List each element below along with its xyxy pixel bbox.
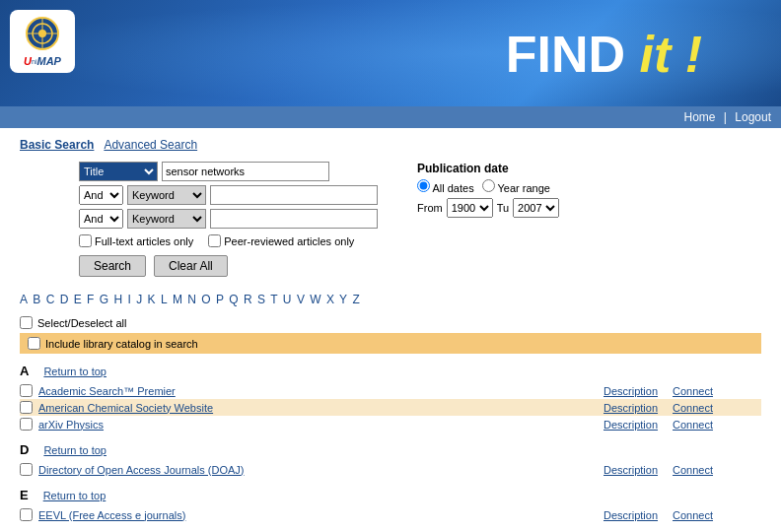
- alpha-E[interactable]: E: [74, 293, 82, 306]
- connect-link-eevl[interactable]: Connect: [673, 509, 713, 521]
- connect-link-academic-search[interactable]: Connect: [673, 385, 713, 397]
- alpha-F[interactable]: F: [87, 293, 94, 306]
- search-input-3[interactable]: [210, 209, 378, 229]
- desc-link-acs[interactable]: Description: [604, 402, 658, 414]
- alpha-L[interactable]: L: [161, 293, 168, 306]
- nav-sep: |: [724, 110, 727, 124]
- alpha-N[interactable]: N: [187, 293, 196, 306]
- logout-link[interactable]: Logout: [735, 110, 771, 124]
- alpha-S[interactable]: S: [257, 293, 265, 306]
- to-year-select[interactable]: 2007 2006 2005: [513, 198, 559, 218]
- connect-link-arxiv[interactable]: Connect: [673, 419, 713, 431]
- db-name-eevl[interactable]: EEVL (Free Access e journals): [38, 509, 598, 521]
- connector-select-2[interactable]: And Or Not: [79, 185, 123, 205]
- alpha-I[interactable]: I: [128, 293, 131, 306]
- fulltext-label: Full-text articles only: [95, 235, 193, 247]
- year-range-radio-label[interactable]: Year range: [482, 179, 550, 194]
- search-input-1[interactable]: [162, 162, 329, 181]
- search-input-2[interactable]: [210, 185, 378, 205]
- desc-link-doaj[interactable]: Description: [604, 464, 658, 476]
- select-all-label: Select/Deselect all: [37, 317, 127, 329]
- search-area: Basic Search Advanced Search Title Autho…: [0, 128, 781, 287]
- all-dates-label: All dates: [432, 182, 473, 194]
- alpha-X[interactable]: X: [326, 293, 334, 306]
- fulltext-checkbox[interactable]: [79, 234, 92, 247]
- alpha-M[interactable]: M: [173, 293, 182, 306]
- alpha-A[interactable]: A: [20, 293, 28, 306]
- peerreviewed-checkbox-label[interactable]: Peer-reviewed articles only: [208, 234, 354, 247]
- alpha-Q[interactable]: Q: [229, 293, 238, 306]
- from-year-select[interactable]: 1900 1950 2000: [447, 198, 493, 218]
- select-all-checkbox[interactable]: [20, 316, 33, 329]
- db-checkbox-academic-search[interactable]: [20, 384, 33, 397]
- db-name-arxiv[interactable]: arXiv Physics: [38, 419, 598, 431]
- field-select-1[interactable]: Title Author Keyword Abstract: [79, 162, 158, 181]
- peerreviewed-checkbox[interactable]: [208, 234, 221, 247]
- db-row-academic-search: Academic Search™ Premier Description Con…: [20, 382, 761, 399]
- db-checkbox-doaj[interactable]: [20, 463, 33, 476]
- alpha-O[interactable]: O: [201, 293, 210, 306]
- date-radio-group: All dates Year range: [417, 179, 559, 194]
- tab-basic-search[interactable]: Basic Search: [20, 138, 94, 152]
- all-dates-radio-label[interactable]: All dates: [417, 179, 474, 194]
- alpha-H[interactable]: H: [113, 293, 122, 306]
- alpha-Z[interactable]: Z: [352, 293, 359, 306]
- db-name-academic-search[interactable]: Academic Search™ Premier: [38, 385, 598, 397]
- return-to-top-E[interactable]: Return to top: [43, 490, 106, 501]
- filter-checkboxes: Full-text articles only Peer-reviewed ar…: [79, 234, 378, 247]
- group-D: D Return to top Directory of Open Access…: [20, 438, 761, 478]
- db-checkbox-arxiv[interactable]: [20, 418, 33, 431]
- search-button[interactable]: Search: [79, 255, 146, 277]
- all-dates-radio[interactable]: [417, 179, 430, 192]
- search-buttons: Search Clear All: [79, 255, 378, 277]
- year-range-radio[interactable]: [482, 179, 495, 192]
- field-select-3[interactable]: Keyword Title Author: [127, 209, 206, 229]
- logo: U ni MAP: [10, 10, 75, 73]
- alpha-C[interactable]: C: [46, 293, 55, 306]
- search-row-1: Title Author Keyword Abstract: [79, 162, 378, 181]
- search-row-2: And Or Not Keyword Title Author: [79, 185, 378, 205]
- db-checkbox-eevl[interactable]: [20, 508, 33, 521]
- tab-advanced-search[interactable]: Advanced Search: [104, 138, 197, 152]
- clear-all-button[interactable]: Clear All: [154, 255, 228, 277]
- desc-link-eevl[interactable]: Description: [604, 509, 658, 521]
- search-fields-area: Title Author Keyword Abstract And Or Not: [20, 162, 378, 277]
- include-catalog-checkbox[interactable]: [28, 337, 40, 350]
- db-row-doaj: Directory of Open Access Journals (DOAJ)…: [20, 461, 761, 478]
- db-name-doaj[interactable]: Directory of Open Access Journals (DOAJ): [38, 464, 598, 476]
- search-rows-container: Title Author Keyword Abstract And Or Not: [79, 162, 378, 229]
- alpha-R[interactable]: R: [244, 293, 252, 306]
- find-word: FIND: [506, 26, 625, 83]
- alpha-J[interactable]: J: [136, 293, 142, 306]
- alpha-P[interactable]: P: [216, 293, 224, 306]
- year-range-label: Year range: [498, 182, 550, 194]
- group-E: E Return to top EEVL (Free Access e jour…: [20, 484, 761, 523]
- return-to-top-A[interactable]: Return to top: [43, 366, 106, 377]
- alpha-V[interactable]: V: [297, 293, 305, 306]
- alpha-B[interactable]: B: [33, 293, 40, 306]
- return-to-top-D[interactable]: Return to top: [43, 444, 106, 456]
- alpha-T[interactable]: T: [270, 293, 277, 306]
- connect-link-acs[interactable]: Connect: [673, 402, 713, 414]
- home-link[interactable]: Home: [683, 110, 715, 124]
- field-select-2[interactable]: Keyword Title Author: [127, 185, 206, 205]
- alpha-Y[interactable]: Y: [339, 293, 347, 306]
- date-range-row: From 1900 1950 2000 Tu 2007 2006 2005: [417, 198, 559, 218]
- db-checkbox-acs[interactable]: [20, 401, 33, 414]
- connector-select-3[interactable]: And Or Not: [79, 209, 123, 229]
- db-name-acs[interactable]: American Chemical Society Website: [38, 402, 598, 414]
- group-letter-D: D: [20, 440, 29, 459]
- alpha-U[interactable]: U: [283, 293, 292, 306]
- alpha-K[interactable]: K: [148, 293, 156, 306]
- db-actions-academic-search: Description Connect: [604, 385, 761, 397]
- alpha-G[interactable]: G: [100, 293, 108, 306]
- desc-link-arxiv[interactable]: Description: [604, 419, 658, 431]
- alpha-W[interactable]: W: [310, 293, 320, 306]
- fulltext-checkbox-label[interactable]: Full-text articles only: [79, 234, 193, 247]
- alpha-D[interactable]: D: [60, 293, 69, 306]
- search-tabs: Basic Search Advanced Search: [20, 138, 761, 152]
- connect-link-doaj[interactable]: Connect: [673, 464, 713, 476]
- group-letter-A: A: [20, 362, 29, 380]
- find-it-title: FIND it !: [506, 25, 702, 84]
- desc-link-academic-search[interactable]: Description: [604, 385, 658, 397]
